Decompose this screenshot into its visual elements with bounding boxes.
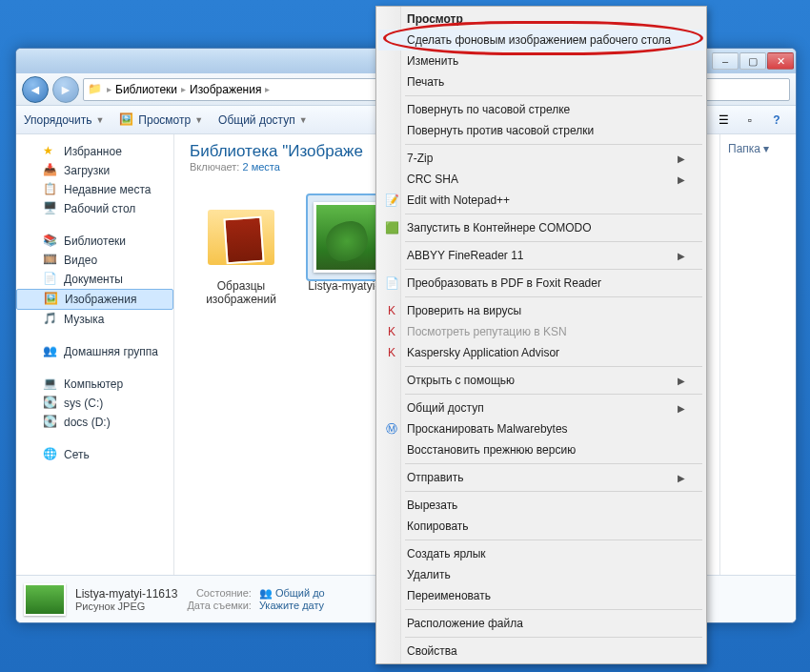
details-filetype: Рисунок JPEG [75, 601, 177, 612]
sidebar-item-documents[interactable]: 📄 Документы [16, 270, 173, 289]
context-menu-item[interactable]: Просмотр [378, 9, 704, 30]
context-menu-item[interactable]: 7-Zip▶ [378, 148, 704, 169]
context-menu-item[interactable]: Печать [378, 71, 704, 92]
context-menu-item[interactable]: Восстановить прежнюю версию [378, 439, 704, 460]
menu-item-label: Запустить в Контейнере COMODO [407, 221, 592, 234]
context-menu-item[interactable]: Свойства [378, 641, 704, 662]
context-menu-item[interactable]: Повернуть против часовой стрелки [378, 120, 704, 141]
context-menu-item[interactable]: Открыть с помощью▶ [378, 370, 704, 391]
includes-link[interactable]: 2 места [242, 161, 279, 173]
context-menu-separator [405, 95, 702, 96]
maximize-button[interactable]: ▢ [739, 52, 766, 70]
chevron-right-icon: ▸ [265, 84, 270, 94]
context-menu-item[interactable]: Сделать фоновым изображением рабочего ст… [378, 30, 704, 51]
menu-item-label: Сделать фоновым изображением рабочего ст… [407, 33, 671, 47]
menu-item-label: Расположение файла [407, 617, 523, 630]
menu-item-icon: K [384, 345, 399, 360]
context-menu-item[interactable]: Создать ярлык [378, 543, 704, 564]
sidebar-item-images[interactable]: 🖼️ Изображения [16, 289, 173, 310]
back-button[interactable]: ◄ [22, 76, 49, 103]
menu-item-label: Kaspersky Application Advisor [407, 346, 559, 359]
homegroup-icon: 👥 [43, 344, 58, 359]
preview-label: Просмотр [138, 113, 191, 127]
chevron-down-icon: ▼ [95, 115, 104, 125]
menu-item-label: Общий доступ [407, 401, 484, 415]
context-menu-item[interactable]: Переименовать [378, 585, 704, 606]
menu-item-label: Просканировать Malwarebytes [407, 422, 568, 436]
menu-item-label: Edit with Notepad++ [407, 193, 510, 207]
folder-icon: 📁 [88, 82, 103, 97]
computer-icon: 💻 [43, 377, 58, 392]
sidebar-item-desktop[interactable]: 🖥️ Рабочий стол [16, 199, 173, 218]
context-menu-item[interactable]: KKaspersky Application Advisor [378, 342, 704, 363]
sidebar-item-recent[interactable]: 📋 Недавние места [16, 180, 173, 199]
organize-menu[interactable]: Упорядочить ▼ [24, 113, 104, 127]
context-menu-separator [405, 394, 702, 395]
context-menu-item: KПосмотреть репутацию в KSN [378, 321, 704, 342]
sidebar-computer[interactable]: 💻 Компьютер [16, 375, 173, 394]
menu-item-label: Копировать [407, 519, 469, 533]
context-menu-item[interactable]: Отправить▶ [378, 467, 704, 488]
arrange-by-label[interactable]: Папка ▾ [728, 142, 769, 155]
sidebar-item-drive-d[interactable]: 💽 docs (D:) [16, 413, 173, 432]
view-options-button[interactable]: ☰ [712, 110, 735, 131]
context-menu-item[interactable]: Повернуть по часовой стрелке [378, 99, 704, 120]
context-menu-separator [405, 241, 702, 242]
details-grid: Состояние: 👥 Общий до Дата съемки: Укажи… [187, 587, 324, 611]
file-item-folder[interactable]: Образцы изображений [190, 195, 293, 306]
preview-button[interactable]: 🖼️ Просмотр ▼ [119, 112, 203, 128]
menu-item-icon: Ⓜ [384, 421, 399, 437]
library-icon: 📚 [43, 234, 58, 249]
context-menu-item[interactable]: 🟩Запустить в Контейнере COMODO [378, 217, 704, 238]
context-menu-item[interactable]: ⓂПросканировать Malwarebytes [378, 418, 704, 439]
sidebar-item-video[interactable]: 🎞️ Видео [16, 251, 173, 270]
breadcrumb-item[interactable]: Изображения [190, 83, 261, 96]
context-menu-item[interactable]: Изменить [378, 51, 704, 71]
star-icon: ★ [43, 144, 58, 159]
menu-item-icon: 📝 [384, 193, 399, 208]
minimize-button[interactable]: – [712, 52, 739, 70]
submenu-arrow-icon: ▶ [678, 473, 685, 483]
share-menu[interactable]: Общий доступ ▼ [218, 113, 308, 127]
context-menu-item[interactable]: Удалить [378, 564, 704, 585]
context-menu-item[interactable]: Расположение файла [378, 613, 704, 634]
drive-icon: 💽 [43, 396, 58, 411]
breadcrumb-item[interactable]: Библиотеки [115, 83, 177, 96]
context-menu-item[interactable]: 📝Edit with Notepad++ [378, 190, 704, 211]
details-date-value[interactable]: Укажите дату [259, 600, 325, 611]
menu-item-label: Свойства [407, 644, 457, 658]
context-menu-item[interactable]: Вырезать [378, 495, 704, 516]
details-pane-toggle[interactable]: ▫ [739, 110, 761, 131]
sidebar-label: Библиотеки [64, 234, 126, 248]
context-menu-item[interactable]: 📄Преобразовать в PDF в Foxit Reader [378, 273, 704, 294]
share-label: Общий доступ [218, 113, 295, 127]
context-menu-item[interactable]: KПроверить на вирусы [378, 300, 704, 321]
menu-item-label: Создать ярлык [407, 547, 486, 560]
menu-item-label: ABBYY FineReader 11 [407, 249, 524, 262]
context-menu-separator [405, 609, 702, 610]
submenu-arrow-icon: ▶ [678, 376, 685, 386]
sidebar-homegroup[interactable]: 👥 Домашняя группа [16, 342, 173, 361]
help-button[interactable]: ? [765, 110, 788, 131]
sidebar-favorites[interactable]: ★ Избранное [16, 142, 173, 161]
close-button[interactable]: ✕ [767, 52, 794, 70]
context-menu-separator [405, 214, 702, 214]
document-icon: 📄 [43, 272, 58, 287]
context-menu-separator [405, 144, 702, 145]
context-menu-item[interactable]: Копировать [378, 516, 704, 537]
details-state-value: 👥 Общий до [259, 587, 325, 600]
menu-item-label: Проверить на вирусы [407, 304, 521, 317]
sidebar-item-label: Музыка [64, 313, 104, 326]
context-menu-item[interactable]: CRC SHA▶ [378, 169, 704, 190]
sidebar-item-downloads[interactable]: 📥 Загрузки [16, 161, 173, 180]
sidebar-libraries[interactable]: 📚 Библиотеки [16, 232, 173, 251]
forward-button[interactable]: ► [52, 76, 79, 103]
context-menu-item[interactable]: ABBYY FineReader 11▶ [378, 245, 704, 266]
sidebar-item-music[interactable]: 🎵 Музыка [16, 310, 173, 329]
sidebar-item-drive-c[interactable]: 💽 sys (C:) [16, 394, 173, 413]
menu-item-label: Восстановить прежнюю версию [407, 443, 576, 457]
network-icon: 🌐 [43, 447, 58, 462]
context-menu-item[interactable]: Общий доступ▶ [378, 397, 704, 418]
drive-icon: 💽 [43, 415, 58, 430]
sidebar-network[interactable]: 🌐 Сеть [16, 445, 173, 464]
